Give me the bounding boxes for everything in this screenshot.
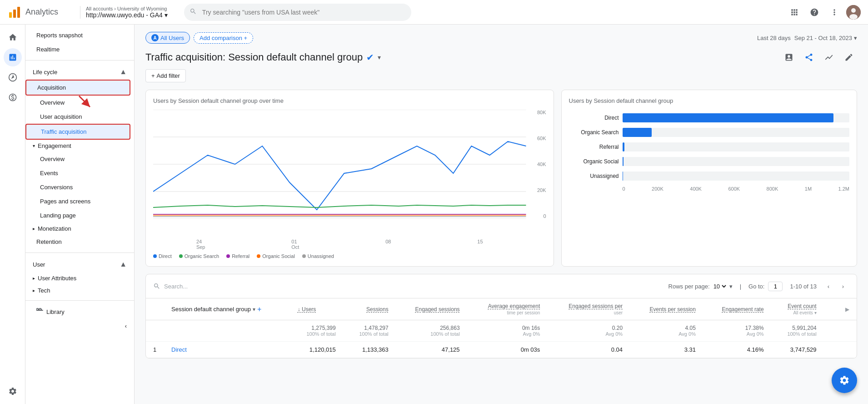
date-range[interactable]: Last 28 days Sep 21 - Oct 18, 2023 ▾ <box>757 35 857 41</box>
th-engagement-rate[interactable]: Engagement rate <box>703 298 771 320</box>
channel-select[interactable]: Session default channel group ▾ + <box>171 305 283 313</box>
edit-icon-button[interactable] <box>841 49 857 66</box>
th-events-per-session[interactable]: Events per session <box>630 298 703 320</box>
svg-rect-0 <box>9 12 12 18</box>
nav-user-attributes-group[interactable]: ▸ User Attributes <box>25 272 134 284</box>
nav-library[interactable]: Library <box>25 304 130 319</box>
nav-events[interactable]: Events <box>25 166 130 180</box>
help-icon-button[interactable] <box>806 4 823 20</box>
nav-acquisition[interactable]: Acquisition <box>25 80 130 96</box>
line-chart-svg <box>153 110 526 219</box>
sidebar-collapse-btn[interactable]: ‹ <box>25 319 134 333</box>
nav-tech-group[interactable]: ▸ Tech <box>25 284 134 297</box>
add-comparison-pill[interactable]: Add comparison + <box>194 32 253 44</box>
nav-realtime[interactable]: Realtime <box>25 42 130 56</box>
th-users[interactable]: ↓ Users <box>290 298 343 320</box>
line-chart-card: Users by Session default channel group o… <box>145 90 554 267</box>
nav-acquisition-overview[interactable]: Overview <box>25 96 130 110</box>
th-event-count[interactable]: Event count All events ▾ <box>771 298 824 320</box>
nav-engagement-overview[interactable]: Overview <box>25 152 130 166</box>
logo-area: Analytics <box>7 5 71 20</box>
nav-retention[interactable]: Retention <box>25 235 130 249</box>
fab-button[interactable] <box>832 368 857 393</box>
rows-per-page-select[interactable]: 10 25 50 <box>712 283 728 290</box>
legend-dot-direct <box>153 254 157 258</box>
svg-point-4 <box>851 8 856 13</box>
explore-icon-button[interactable] <box>4 68 22 86</box>
th-sessions[interactable]: Sessions <box>343 298 396 320</box>
bar-track-referral <box>623 142 850 152</box>
nav-pages-screens[interactable]: Pages and screens <box>25 194 130 208</box>
table-row: 1 Direct 1,120,015 1,133,363 47,125 0m 0… <box>146 342 857 358</box>
nav-user-acquisition[interactable]: User acquisition <box>25 110 130 124</box>
nav-monetization-group[interactable]: ▸ Monetization <box>25 222 134 235</box>
search-area <box>184 4 411 21</box>
bar-track-organic-search <box>623 128 850 137</box>
data-table: Session default channel group ▾ + ↓ User… <box>146 298 857 358</box>
x-axis-labels: 24Sep 01Oct 08 15 <box>153 239 546 250</box>
nav-conversions[interactable]: Conversions <box>25 180 130 194</box>
header-actions <box>786 4 861 20</box>
legend-organic-search: Organic Search <box>179 253 219 259</box>
settings-icon-area <box>4 382 22 400</box>
title-dropdown-btn[interactable]: ▾ <box>378 54 381 61</box>
analytics-logo-icon <box>7 5 22 20</box>
main-layout: Reports snapshot Realtime Life cycle ▲ A… <box>0 25 868 404</box>
app-header: Analytics All accounts › University of W… <box>0 0 868 25</box>
prev-page-button[interactable]: ‹ <box>822 280 835 293</box>
reports-icon-button[interactable] <box>4 48 22 66</box>
th-index <box>146 298 164 320</box>
settings-icon-button[interactable] <box>4 382 22 400</box>
nav-traffic-acquisition[interactable]: Traffic acquisition <box>25 124 130 140</box>
table-toolbar: Rows per page: 10 25 50 ▾ | Go to: 1-10 … <box>146 274 857 298</box>
line-chart-title: Users by Session default channel group o… <box>153 97 546 104</box>
bar-track-direct <box>623 113 850 122</box>
nav-divider-1 <box>25 60 134 61</box>
add-filter-button[interactable]: + Add filter <box>145 69 186 82</box>
avatar[interactable] <box>846 5 861 20</box>
home-icon-button[interactable] <box>4 28 22 46</box>
lifecycle-section-header[interactable]: Life cycle ▲ <box>25 64 134 80</box>
user-section-header[interactable]: User ▲ <box>25 257 134 272</box>
nav-reports-snapshot[interactable]: Reports snapshot <box>25 28 130 42</box>
apps-icon-button[interactable] <box>786 4 803 20</box>
legend-dot-referral <box>226 254 230 258</box>
channel-dropdown-arrow: ▾ <box>253 306 255 313</box>
page-nav: 1-10 of 13 ‹ › <box>786 280 849 293</box>
bar-chart-area: Direct Organic Search Referral <box>569 110 850 195</box>
nav-sidebar: Reports snapshot Realtime Life cycle ▲ A… <box>25 25 135 404</box>
charts-row: Users by Session default channel group o… <box>145 90 857 267</box>
next-page-button[interactable]: › <box>837 280 849 293</box>
page-title-actions <box>781 49 857 66</box>
legend-dot-unassigned <box>302 254 306 258</box>
bar-track-unassigned <box>623 172 850 181</box>
table-section: Rows per page: 10 25 50 ▾ | Go to: 1-10 … <box>145 274 857 359</box>
user-attributes-triangle: ▸ <box>33 276 35 281</box>
main-content: A All Users Add comparison + Last 28 day… <box>135 25 868 404</box>
table-search-input[interactable] <box>164 283 255 290</box>
search-input[interactable] <box>184 4 411 21</box>
all-users-pill[interactable]: A All Users <box>145 32 190 44</box>
nav-landing-page[interactable]: Landing page <box>25 208 130 222</box>
th-extra: ▶ <box>824 298 857 320</box>
lifecycle-collapse-icon: ▲ <box>120 68 127 76</box>
th-engaged-sessions[interactable]: Engaged sessions <box>396 298 467 320</box>
nav-engagement-group[interactable]: ▾ Engagement <box>25 140 134 152</box>
nav-divider-2 <box>25 252 134 253</box>
share-table-icon-button[interactable] <box>781 49 797 66</box>
property-selector[interactable]: http://www.uwyo.edu - GA4 ▾ <box>86 11 168 19</box>
th-engaged-per-user[interactable]: Engaged sessions per user <box>547 298 630 320</box>
bar-fill-referral <box>623 142 625 152</box>
insights-icon-button[interactable] <box>821 49 837 66</box>
bar-fill-direct <box>623 113 834 122</box>
th-avg-engagement[interactable]: Average engagement time per session <box>467 298 548 320</box>
goto-page-input[interactable] <box>768 282 783 291</box>
share-icon-button[interactable] <box>801 49 817 66</box>
add-column-button[interactable]: + <box>257 305 261 313</box>
more-icon-button[interactable] <box>826 4 843 20</box>
th-channel[interactable]: Session default channel group ▾ + <box>164 298 290 320</box>
bar-x-axis: 0 200K 400K 600K 800K 1M 1.2M <box>569 186 850 192</box>
top-bar: A All Users Add comparison + Last 28 day… <box>145 32 857 44</box>
bar-fill-organic-social <box>623 157 624 166</box>
advertising-icon-button[interactable] <box>4 88 22 106</box>
